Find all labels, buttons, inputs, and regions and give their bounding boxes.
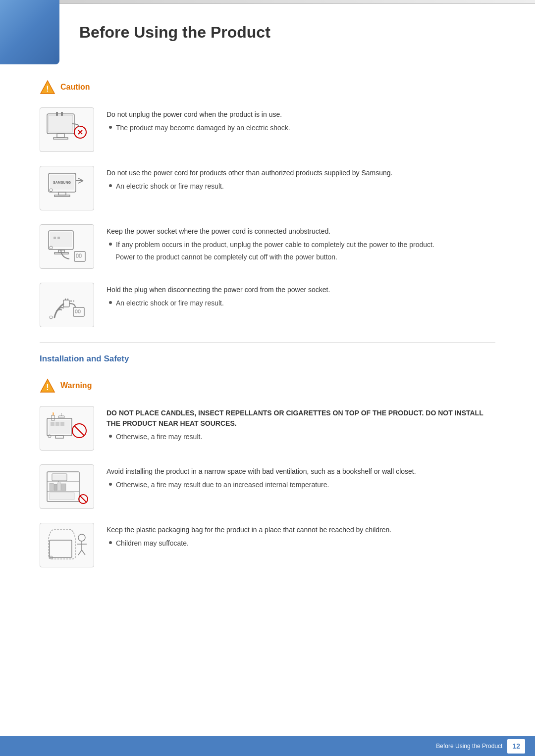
caution-item-2: SAMSUNG Do not use the power cord for pr… (40, 166, 495, 210)
warning-icon: ! (40, 378, 55, 394)
illustration-candles (40, 406, 94, 451)
svg-line-61 (80, 496, 87, 503)
caution-item-4-bullet-0: An electric shock or fire may result. (109, 298, 495, 308)
warning-item-3: Keep the plastic packaging bag for the p… (40, 523, 495, 567)
svg-rect-5 (54, 138, 68, 139)
bullet-text: Otherwise, a fire may result due to an i… (116, 480, 329, 490)
caution-item-1-text: Do not unplug the power cord when the pr… (107, 107, 495, 135)
svg-rect-40 (51, 422, 54, 426)
svg-rect-14 (58, 192, 66, 195)
warning-item-1-main: DO NOT PLACE CANDLES, INSECT REPELLANTS … (107, 408, 495, 429)
warning-item-3-bullet-0: Children may suffocate. (109, 538, 495, 549)
page-number: 12 (507, 739, 525, 754)
svg-rect-29 (63, 300, 69, 307)
svg-text:!: ! (46, 383, 49, 392)
caution-heading: ! Caution (40, 79, 495, 95)
illustration-power-cord (40, 107, 94, 152)
bullet-dot (109, 541, 112, 544)
svg-rect-9 (56, 112, 58, 116)
svg-rect-41 (55, 422, 59, 426)
svg-rect-10 (61, 112, 63, 116)
warning-item-2-text: Avoid installing the product in a narrow… (107, 464, 495, 492)
svg-rect-15 (54, 195, 70, 197)
caution-label: Caution (60, 81, 90, 93)
caution-item-3-text: Keep the power socket where the power co… (107, 224, 495, 262)
svg-rect-27 (79, 254, 81, 257)
illustration-samsung-cord: SAMSUNG (40, 166, 94, 210)
caution-item-2-text: Do not use the power cord for products o… (107, 166, 495, 194)
svg-rect-3 (49, 115, 73, 132)
svg-rect-33 (75, 310, 77, 313)
bullet-dot (109, 483, 112, 486)
svg-rect-62 (50, 540, 72, 557)
warning-item-1-bullet-0: Otherwise, a fire may result. (109, 432, 495, 442)
svg-rect-21 (54, 237, 56, 239)
svg-rect-56 (54, 484, 57, 491)
caution-item-1-bullet-0: The product may become damaged by an ele… (109, 123, 495, 133)
caution-icon: ! (40, 79, 55, 95)
svg-rect-4 (57, 134, 64, 138)
caution-item-4-text: Hold the plug when disconnecting the pow… (107, 283, 495, 310)
warning-item-1: DO NOT PLACE CANDLES, INSECT REPELLANTS … (40, 406, 495, 451)
svg-point-63 (78, 534, 85, 541)
installation-section-title: Installation and Safety (40, 342, 495, 365)
bullet-dot (109, 243, 112, 246)
bullet-dot (109, 301, 112, 304)
caution-item-1: Do not unplug the power cord when the pr… (40, 107, 495, 152)
svg-point-48 (48, 435, 51, 438)
bullet-text: Children may suffocate. (116, 538, 189, 549)
svg-line-47 (74, 426, 84, 436)
warning-label: Warning (60, 380, 92, 392)
caution-item-3-main: Keep the power socket where the power co… (107, 226, 495, 237)
bullet-text: An electric shock or fire may result. (116, 181, 224, 192)
bullet-text: An electric shock or fire may result. (116, 298, 224, 308)
illustration-hold-plug (40, 283, 94, 327)
svg-rect-26 (76, 254, 78, 257)
bullet-text: The product may become damaged by an ele… (116, 123, 290, 133)
svg-rect-45 (58, 416, 64, 418)
caution-item-2-main: Do not use the power cord for products o… (107, 168, 495, 178)
svg-rect-43 (55, 436, 63, 438)
page-header: Before Using the Product (0, 0, 535, 64)
content-area: ! Caution Do not unp (0, 69, 535, 611)
svg-line-67 (82, 550, 85, 555)
illustration-bookshelf (40, 464, 94, 509)
bullet-text: If any problem occurs in the product, un… (116, 240, 434, 250)
bullet-text: Otherwise, a fire may result. (116, 432, 202, 442)
svg-text:SAMSUNG: SAMSUNG (53, 181, 71, 184)
warning-item-2-main: Avoid installing the product in a narrow… (107, 466, 495, 477)
warning-item-2: Avoid installing the product in a narrow… (40, 464, 495, 509)
illustration-power-socket (40, 224, 94, 269)
svg-rect-58 (61, 484, 66, 491)
footer-label: Before Using the Product (436, 742, 502, 751)
svg-rect-42 (60, 422, 64, 426)
svg-line-66 (78, 550, 82, 555)
warning-item-1-text: DO NOT PLACE CANDLES, INSECT REPELLANTS … (107, 406, 495, 444)
bullet-dot (109, 126, 112, 129)
svg-rect-57 (57, 483, 61, 491)
svg-point-35 (50, 316, 53, 319)
caution-item-2-bullet-0: An electric shock or fire may result. (109, 181, 495, 192)
svg-rect-34 (78, 310, 80, 313)
page-title: Before Using the Product (79, 20, 270, 44)
caution-item-3-bullet-0: If any problem occurs in the product, un… (109, 240, 495, 250)
page-footer: Before Using the Product 12 (0, 736, 535, 756)
svg-rect-25 (74, 252, 85, 261)
warning-item-3-main: Keep the plastic packaging bag for the p… (107, 525, 495, 535)
svg-rect-59 (50, 493, 74, 500)
caution-item-1-main: Do not unplug the power cord when the pr… (107, 109, 495, 120)
warning-heading: ! Warning (40, 378, 495, 394)
svg-rect-55 (50, 483, 54, 491)
svg-text:!: ! (46, 85, 49, 93)
svg-rect-22 (57, 237, 60, 239)
caution-item-3: Keep the power socket where the power co… (40, 224, 495, 269)
svg-rect-44 (52, 415, 54, 420)
bullet-dot (109, 184, 112, 187)
caution-item-4: Hold the plug when disconnecting the pow… (40, 283, 495, 327)
bullet-dot (109, 435, 112, 438)
warning-item-3-text: Keep the plastic packaging bag for the p… (107, 523, 495, 551)
warning-item-2-bullet-0: Otherwise, a fire may result due to an i… (109, 480, 495, 490)
illustration-plastic-bag (40, 523, 94, 567)
svg-rect-32 (73, 307, 84, 316)
caution-item-3-subnote: Power to the product cannot be completel… (115, 252, 495, 262)
